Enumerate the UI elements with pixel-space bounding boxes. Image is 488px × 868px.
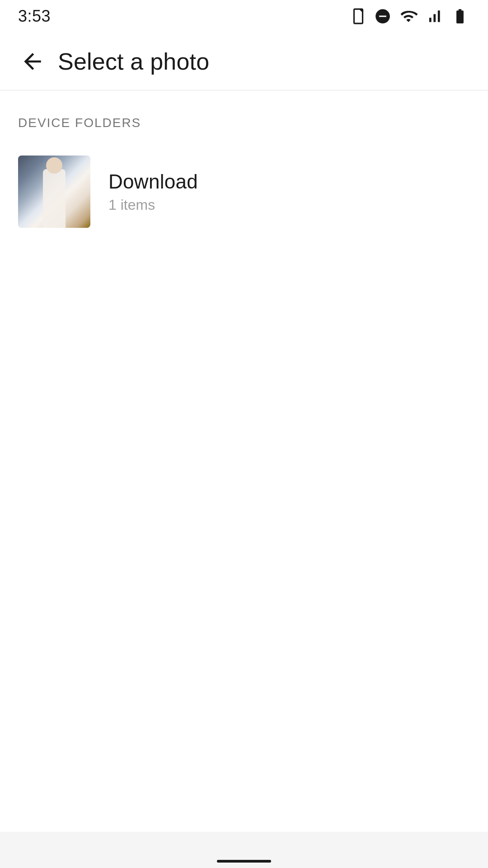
- folder-item-download[interactable]: Download 1 items: [0, 145, 488, 239]
- folder-thumbnail: [18, 156, 90, 228]
- device-folders-section-header: DEVICE FOLDERS: [0, 108, 488, 145]
- thumbnail-image: [18, 156, 90, 228]
- signal-icon: [426, 8, 443, 25]
- do-not-disturb-icon: [374, 8, 391, 25]
- content-area: DEVICE FOLDERS Download 1 items: [0, 90, 488, 257]
- app-bar: Select a photo: [0, 33, 488, 90]
- wifi-icon: [399, 8, 418, 25]
- back-button[interactable]: [14, 43, 51, 80]
- status-icons: [350, 8, 470, 25]
- folder-name: Download: [108, 170, 198, 193]
- nav-bar: [0, 832, 488, 868]
- status-bar: 3:53: [0, 0, 488, 33]
- status-time: 3:53: [18, 7, 51, 26]
- folder-count: 1 items: [108, 197, 198, 213]
- folder-info: Download 1 items: [108, 170, 198, 213]
- nav-indicator: [217, 860, 271, 863]
- sim-icon: [350, 8, 367, 25]
- battery-icon: [450, 8, 470, 25]
- page-title: Select a photo: [58, 48, 209, 75]
